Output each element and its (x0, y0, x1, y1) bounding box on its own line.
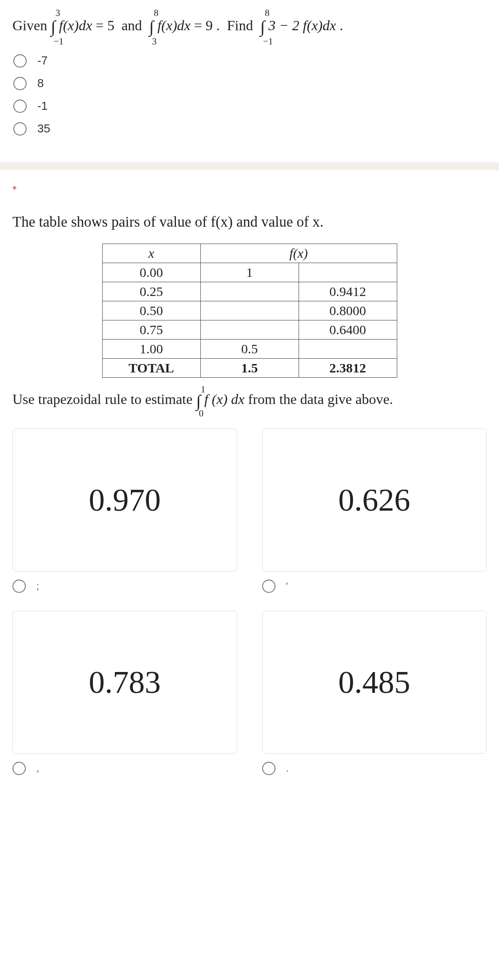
integrand-1: f(x)dx (59, 17, 92, 33)
answer-option-1[interactable]: 0.970 ; (12, 428, 237, 593)
option-b[interactable]: 8 (13, 76, 487, 90)
answer-option-3[interactable]: 0.783 , (12, 611, 237, 775)
q1-options: -7 8 -1 35 (13, 54, 487, 136)
answer-mark: ' (286, 580, 288, 592)
table-row: 0.750.6400 (102, 320, 397, 340)
answer-radio-row[interactable]: . (262, 762, 487, 775)
option-label: 8 (37, 76, 44, 90)
q2-instruction: Use trapezoidal rule to estimate ∫10 f (… (12, 391, 487, 411)
header-x: x (102, 244, 200, 263)
radio-icon[interactable] (13, 54, 27, 68)
eq-2: = 9 (194, 17, 213, 33)
header-fx: f(x) (200, 244, 397, 263)
radio-icon[interactable] (262, 580, 275, 593)
text: Given (12, 17, 47, 33)
required-mark: * (12, 184, 487, 196)
answer-mark: . (286, 763, 289, 774)
answer-card: 0.485 (262, 611, 487, 754)
question-2: * The table shows pairs of value of f(x)… (0, 170, 499, 793)
radio-icon[interactable] (12, 762, 26, 775)
table-total: TOTAL1.52.3812 (102, 359, 397, 378)
integral-2: ∫83 (149, 13, 154, 40)
integrand-3: 3 − 2 f(x)dx (268, 17, 336, 33)
answer-radio-row[interactable]: ; (12, 580, 237, 593)
option-label: -7 (37, 54, 48, 68)
option-d[interactable]: 35 (13, 122, 487, 136)
table-row: 0.001 (102, 263, 397, 282)
option-c[interactable]: -1 (13, 99, 487, 113)
answer-option-2[interactable]: 0.626 ' (262, 428, 487, 593)
radio-icon[interactable] (262, 762, 275, 775)
table-row: 0.500.8000 (102, 301, 397, 320)
option-label: -1 (37, 99, 48, 113)
period: . (216, 17, 220, 33)
text: Use trapezoidal rule to estimate (12, 392, 196, 408)
integral-instr: ∫10 (196, 391, 201, 411)
text: Find (227, 17, 253, 33)
q2-desc: The table shows pairs of value of f(x) a… (12, 214, 487, 230)
answer-grid: 0.970 ; 0.626 ' 0.783 , 0.485 . (12, 428, 487, 775)
answer-radio-row[interactable]: , (12, 762, 237, 775)
data-table: x f(x) 0.001 0.250.9412 0.500.8000 0.750… (102, 244, 397, 378)
separator (0, 162, 499, 170)
question-1: Given ∫3−1 f(x)dx = 5 and ∫83 f(x)dx = 9… (0, 0, 499, 162)
answer-radio-row[interactable]: ' (262, 580, 487, 593)
integrand-2: f(x)dx (157, 17, 191, 33)
integral-1: ∫3−1 (51, 13, 56, 40)
option-a[interactable]: -7 (13, 54, 487, 68)
text: from the data give above. (248, 392, 393, 408)
table-row: 0.250.9412 (102, 282, 397, 301)
text: and (121, 17, 142, 33)
radio-icon[interactable] (13, 100, 27, 113)
integrand-instr: f (x) dx (204, 392, 245, 408)
table-row: 1.000.5 (102, 340, 397, 359)
option-label: 35 (37, 122, 50, 136)
answer-card: 0.626 (262, 428, 487, 572)
answer-mark: ; (36, 580, 39, 592)
radio-icon[interactable] (13, 77, 27, 90)
period: . (339, 17, 343, 33)
answer-option-4[interactable]: 0.485 . (262, 611, 487, 775)
answer-mark: , (36, 763, 39, 774)
radio-icon[interactable] (13, 122, 27, 136)
table-header: x f(x) (102, 244, 397, 263)
answer-card: 0.970 (12, 428, 237, 572)
integral-3: ∫8−1 (260, 13, 265, 40)
q1-prompt: Given ∫3−1 f(x)dx = 5 and ∫83 f(x)dx = 9… (12, 13, 487, 40)
radio-icon[interactable] (12, 580, 26, 593)
eq-1: = 5 (96, 17, 114, 33)
answer-card: 0.783 (12, 611, 237, 754)
